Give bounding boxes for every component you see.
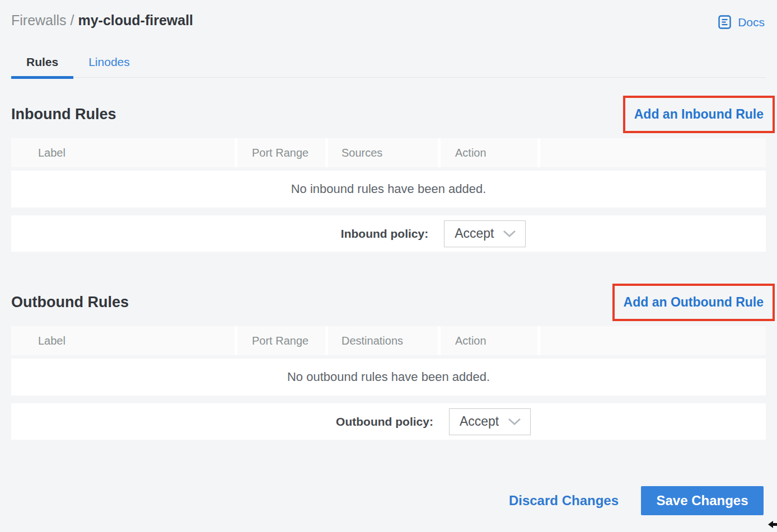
mouse-cursor [767, 519, 777, 530]
footer-actions: Discard Changes Save Changes [11, 486, 766, 515]
outbound-section-header: Outbound Rules Add an Outbound Rule [11, 283, 766, 322]
outbound-column-spacer [540, 326, 766, 355]
tab-bar: Rules Linodes [11, 55, 766, 78]
chevron-down-icon [503, 230, 516, 238]
inbound-empty-row: No inbound rules have been added. [11, 171, 766, 208]
tab-linodes[interactable]: Linodes [73, 55, 145, 77]
outbound-empty-message: No outbound rules have been added. [287, 370, 490, 384]
discard-changes-button[interactable]: Discard Changes [509, 493, 619, 509]
breadcrumb-firewalls-link[interactable]: Firewalls / [11, 12, 78, 28]
outbound-column-label: Label [11, 326, 235, 355]
inbound-empty-message: No inbound rules have been added. [291, 182, 486, 196]
annotation-box-outbound: Add an Outbound Rule [612, 284, 775, 321]
docs-icon [717, 15, 732, 30]
inbound-policy-group: Inbound policy: Accept [341, 220, 526, 247]
outbound-column-action: Action [441, 326, 537, 355]
inbound-section-header: Inbound Rules Add an Inbound Rule [11, 95, 766, 134]
docs-link-label: Docs [738, 16, 765, 29]
outbound-policy-group: Outbound policy: Accept [336, 408, 531, 435]
outbound-column-destinations: Destinations [328, 326, 438, 355]
inbound-table-header: Label Port Range Sources Action [11, 138, 766, 167]
outbound-policy-value: Accept [460, 414, 499, 429]
tab-rules[interactable]: Rules [11, 55, 73, 77]
top-bar: Firewalls / my-cloud-firewall Docs [11, 0, 766, 30]
add-inbound-rule-button[interactable]: Add an Inbound Rule [634, 107, 764, 121]
chevron-down-icon [508, 418, 521, 426]
inbound-column-action: Action [441, 138, 537, 167]
docs-link[interactable]: Docs [717, 15, 765, 30]
inbound-column-label: Label [11, 138, 235, 167]
add-outbound-rule-button[interactable]: Add an Outbound Rule [624, 295, 764, 309]
inbound-rules-heading: Inbound Rules [11, 106, 116, 123]
outbound-policy-select[interactable]: Accept [449, 408, 531, 435]
firewall-detail-page: Firewalls / my-cloud-firewall Docs Rules… [0, 0, 777, 515]
inbound-column-port-range: Port Range [237, 138, 325, 167]
inbound-policy-select[interactable]: Accept [444, 220, 526, 247]
inbound-policy-row: Inbound policy: Accept [11, 215, 766, 252]
outbound-rules-heading: Outbound Rules [11, 294, 129, 311]
outbound-policy-label: Outbound policy: [336, 415, 433, 429]
inbound-column-sources: Sources [328, 138, 438, 167]
inbound-policy-label: Inbound policy: [341, 227, 428, 241]
breadcrumb: Firewalls / my-cloud-firewall [11, 12, 193, 29]
annotation-box-inbound: Add an Inbound Rule [623, 96, 775, 133]
save-changes-button[interactable]: Save Changes [641, 486, 764, 515]
breadcrumb-current-firewall: my-cloud-firewall [78, 12, 193, 28]
outbound-table-header: Label Port Range Destinations Action [11, 326, 766, 355]
inbound-column-spacer [540, 138, 766, 167]
outbound-column-port-range: Port Range [237, 326, 325, 355]
outbound-policy-row: Outbound policy: Accept [11, 403, 766, 440]
inbound-policy-value: Accept [455, 226, 494, 241]
outbound-empty-row: No outbound rules have been added. [11, 359, 766, 396]
